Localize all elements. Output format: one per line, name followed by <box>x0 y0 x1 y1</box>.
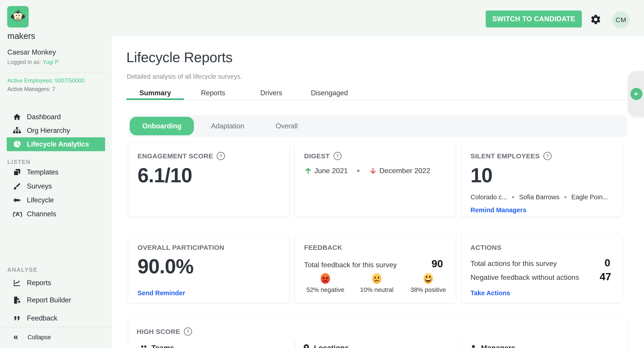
negative-without-actions-value: 47 <box>600 270 611 283</box>
highscore-column-managers: Managers <box>469 344 516 348</box>
teams-people-icon <box>139 344 148 348</box>
shuttle-icon <box>13 196 21 204</box>
take-actions-link[interactable]: Take Actions <box>470 290 510 297</box>
user-name: Caesar Monkey <box>8 48 56 56</box>
actions-total-label: Total actions for this survey <box>470 260 557 268</box>
card-title: ENGAGEMENT SCORE <box>138 152 213 160</box>
pill-adaptation[interactable]: Adaptation <box>211 117 244 135</box>
sidebar-item-feedback[interactable]: Feedback <box>0 311 112 325</box>
sentiment-positive: 38% positive <box>402 272 454 294</box>
sentiment-label: 38% positive <box>410 286 446 294</box>
help-icon[interactable]: ? <box>217 152 225 160</box>
confused-emoji-icon <box>371 272 383 284</box>
arrow-left-circle-icon[interactable] <box>630 88 642 100</box>
sidebar-divider-bottom <box>0 327 112 327</box>
drawer-handle[interactable] <box>628 71 644 116</box>
highscore-column-locations: Locations <box>302 344 349 348</box>
arrow-down-icon <box>369 167 377 175</box>
dot-separator <box>357 170 360 172</box>
silent-employees-names: Colorado c... Sofia Barrows Eagle Poin..… <box>470 194 608 201</box>
sidebar-item-lifecycle-analytics[interactable]: Lifecycle Analytics <box>0 137 112 151</box>
section-header-analyse: ANALYSE <box>8 266 38 273</box>
help-icon[interactable]: ? <box>544 152 552 160</box>
survey-phase-pillbar <box>128 115 627 137</box>
sidebar-item-org-hierarchy[interactable]: Org Hierarchy <box>0 124 112 138</box>
help-icon[interactable]: ? <box>334 152 342 160</box>
active-employees: Active Employees: 5007/50000 <box>8 78 84 84</box>
digest-up-period[interactable]: June 2021 <box>314 166 348 175</box>
report-builder-icon <box>13 296 21 304</box>
remind-managers-link[interactable]: Remind Managers <box>470 206 526 214</box>
sidebar-item-dashboard[interactable]: Dashboard <box>0 110 112 124</box>
card-actions: ACTIONS Total actions for this survey 0 … <box>462 234 622 302</box>
logged-in-user-link[interactable]: Yugi P <box>42 59 58 65</box>
channels-icon: ('A') <box>13 210 21 218</box>
digest-down-period[interactable]: December 2022 <box>379 166 430 175</box>
pie-chart-icon <box>13 140 21 148</box>
sidebar-item-templates[interactable]: Templates <box>0 165 112 179</box>
home-icon <box>13 113 21 121</box>
help-icon[interactable]: ? <box>184 328 192 336</box>
participation-value: 90.0% <box>138 255 194 278</box>
monkey-icon <box>10 9 25 24</box>
user-avatar[interactable]: CM <box>612 11 630 29</box>
brush-icon <box>13 182 21 190</box>
collapse-chevrons-icon: « <box>14 330 18 343</box>
card-digest: DIGEST ? June 2021 December 2022 <box>295 142 456 216</box>
send-reminder-link[interactable]: Send Reminder <box>138 290 185 297</box>
card-title: FEEDBACK <box>304 244 342 252</box>
pill-overall[interactable]: Overall <box>276 117 298 135</box>
tab-summary[interactable]: Summary <box>139 89 171 97</box>
tab-disengaged[interactable]: Disengaged <box>311 89 348 97</box>
employee-name: Eagle Poin... <box>571 194 608 201</box>
sentiment-label: 10% neutral <box>360 286 393 294</box>
column-divider <box>295 341 296 348</box>
card-title: DIGEST <box>304 152 330 160</box>
manager-person-icon <box>469 344 478 348</box>
sidebar-item-channels[interactable]: ('A') Channels <box>0 207 112 221</box>
templates-icon <box>13 168 21 176</box>
arrow-up-icon <box>304 167 312 175</box>
column-divider <box>461 341 462 348</box>
org-hierarchy-icon <box>13 126 21 135</box>
employee-name: Colorado c... <box>470 194 507 201</box>
tab-drivers[interactable]: Drivers <box>260 89 282 97</box>
switch-to-candidate-button[interactable]: SWITCH TO CANDIDATE <box>486 10 582 28</box>
highscore-column-teams: Teams <box>139 344 174 348</box>
sidebar-item-surveys[interactable]: Surveys <box>0 179 112 193</box>
negative-without-actions-label: Negative feedback without actions <box>470 273 579 282</box>
sidebar-divider-top <box>7 73 105 73</box>
sidebar-item-reports[interactable]: Reports <box>0 276 112 290</box>
quote-icon <box>13 314 21 322</box>
app-root: makers Caesar Monkey Logged in as: Yugi … <box>0 0 644 348</box>
grinning-emoji-icon <box>422 272 434 284</box>
card-high-score: HIGH SCORE ? Teams Locations Managers <box>128 318 627 348</box>
location-pin-icon <box>302 344 311 348</box>
engagement-score-value: 6.1/10 <box>138 164 192 187</box>
card-title: SILENT EMPLOYEES <box>470 152 540 160</box>
collapse-button[interactable]: « Collapse <box>0 331 112 344</box>
sentiment-neutral: 10% neutral <box>351 272 402 294</box>
dot-separator <box>564 196 566 198</box>
sidebar-item-lifecycle[interactable]: Lifecycle <box>0 193 112 207</box>
tab-bar-line <box>126 100 628 100</box>
employee-name: Sofia Barrows <box>519 194 560 201</box>
brand-logo[interactable] <box>7 6 28 28</box>
card-engagement-score: ENGAGEMENT SCORE ? 6.1/10 <box>128 142 289 216</box>
page-subtitle: Detailed analysis of all lifecycle surve… <box>127 73 242 80</box>
brand-name: makers <box>8 31 35 41</box>
card-overall-participation: OVERALL PARTICIPATION 90.0% Send Reminde… <box>128 234 289 302</box>
active-managers: Active Managers: 7 <box>8 86 55 92</box>
logged-in-as: Logged in as: Yugi P <box>8 59 58 65</box>
card-title: ACTIONS <box>470 244 502 252</box>
settings-gear-icon[interactable] <box>590 14 602 25</box>
active-tab-underline <box>126 98 184 100</box>
tab-reports[interactable]: Reports <box>201 89 226 97</box>
actions-total-value: 0 <box>604 257 610 269</box>
sidebar-item-report-builder[interactable]: Report Builder <box>0 293 112 307</box>
pill-onboarding[interactable]: Onboarding <box>130 117 194 135</box>
card-title: HIGH SCORE <box>137 328 180 336</box>
feedback-total-value: 90 <box>432 258 443 270</box>
sentiment-row: 52% negative 10% neutral <box>300 272 454 294</box>
logged-in-label: Logged in as: <box>8 59 42 65</box>
